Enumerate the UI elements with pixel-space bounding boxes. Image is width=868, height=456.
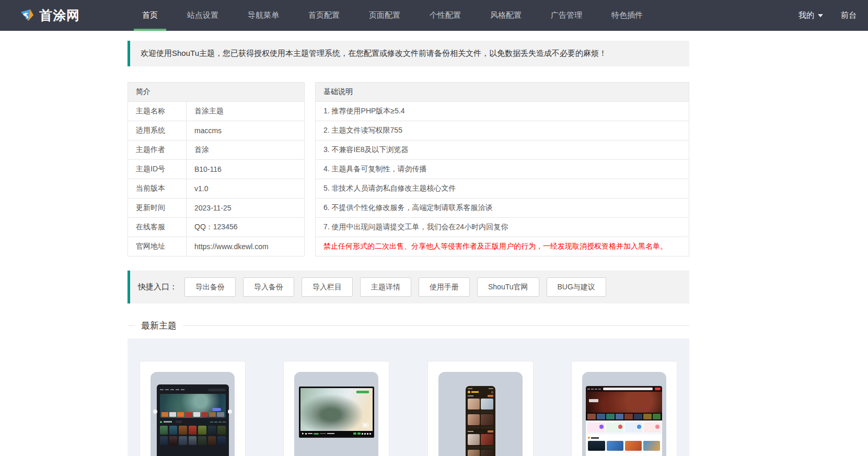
- row-label: 主题名称: [128, 102, 187, 121]
- table-row: 更新时间 2023-11-25: [128, 198, 305, 218]
- table-row: 7. 使用中出现问题请提交工单，我们会在24小时内回复你: [316, 218, 689, 237]
- table-row: 官网地址 https://www.dkewl.com: [128, 237, 305, 256]
- row-value: 首涂: [187, 141, 305, 160]
- theme-card-1[interactable]: [140, 361, 246, 456]
- note-item: 2. 主题文件读写权限755: [316, 121, 689, 141]
- row-value: maccms: [187, 121, 305, 141]
- row-label: 适用系统: [128, 121, 187, 141]
- table-row: 主题作者 首涂: [128, 141, 305, 160]
- theme-card-2[interactable]: [283, 361, 389, 456]
- bug-suggest-button[interactable]: BUG与建议: [547, 277, 606, 297]
- site-logo[interactable]: 首涂网: [0, 0, 128, 31]
- note-item: 6. 不提供个性化修改服务，高端定制请联系客服洽谈: [316, 198, 689, 218]
- note-item: 1. 推荐使用PHP版本≥5.4: [316, 102, 689, 121]
- info-columns: 简介 主题名称 首涂主题 适用系统 maccms 主题作者 首涂 主题ID号 B…: [128, 82, 689, 256]
- divider: [128, 325, 135, 326]
- row-value: v1.0: [187, 179, 305, 198]
- license-warning: 禁止任何形式的二次出售、分享他人等侵害作者及正版用户的行为，一经发现取消授权资格…: [316, 237, 689, 256]
- player-mockup: [299, 387, 374, 438]
- theme-card-3[interactable]: [427, 361, 534, 456]
- hero-banner: [160, 394, 226, 418]
- tablet-mockup: [157, 384, 229, 456]
- logo-icon: [19, 8, 34, 24]
- row-label: 更新时间: [128, 198, 187, 218]
- table-row: 在线客服 QQ：123456: [128, 218, 305, 237]
- nav-item-page-config[interactable]: 页面配置: [354, 0, 415, 31]
- row-label: 在线客服: [128, 218, 187, 237]
- table-row: 2. 主题文件读写权限755: [316, 121, 689, 141]
- play-icon: [302, 432, 304, 435]
- dark-movie-site-screenshot: [151, 372, 235, 456]
- main-menu: 首页 站点设置 导航菜单 首页配置 页面配置 个性配置 风格配置 广告管理 特色…: [128, 0, 657, 31]
- latest-themes-title: 最新主题: [128, 320, 689, 331]
- nav-item-home-config[interactable]: 首页配置: [294, 0, 354, 31]
- row-value: QQ：123456: [187, 218, 305, 237]
- table-row: 6. 不提供个性化修改服务，高端定制请联系客服洽谈: [316, 198, 689, 218]
- note-item: 5. 非技术人员请勿私自修改主题核心文件: [316, 179, 689, 198]
- export-backup-button[interactable]: 导出备份: [184, 277, 236, 297]
- hero-banner: [586, 392, 662, 413]
- note-item: 7. 使用中出现问题请提交工单，我们会在24小时内回复你: [316, 218, 689, 237]
- player-controls: [300, 431, 373, 436]
- feature-cards: [586, 420, 662, 435]
- nav-item-home[interactable]: 首页: [128, 0, 172, 31]
- nav-item-ad-manage[interactable]: 广告管理: [536, 0, 597, 31]
- play-button-overlay: [362, 423, 369, 428]
- my-dropdown[interactable]: 我的: [798, 10, 823, 20]
- note-item: 4. 主题具备可复制性，请勿传播: [316, 160, 689, 179]
- table-row: 禁止任何形式的二次出售、分享他人等侵害作者及正版用户的行为，一经发现取消授权资格…: [316, 237, 689, 256]
- table-row: 1. 推荐使用PHP版本≥5.4: [316, 102, 689, 121]
- my-dropdown-label: 我的: [798, 10, 814, 20]
- message-icon: [491, 391, 493, 393]
- section-title-text: 最新主题: [141, 320, 177, 332]
- import-columns-button[interactable]: 导入栏目: [302, 277, 353, 297]
- video-player-screenshot: [294, 372, 378, 456]
- navbar-right: 我的 前台: [798, 0, 868, 31]
- table-row: 主题名称 首涂主题: [128, 102, 305, 121]
- row-value: 2023-11-25: [187, 198, 305, 218]
- nav-item-nav-menu[interactable]: 导航菜单: [233, 0, 294, 31]
- row-label: 主题ID号: [128, 160, 187, 179]
- intro-table-header: 简介: [128, 83, 305, 102]
- caret-down-icon: [818, 14, 823, 17]
- note-item: 3. 不兼容IE8及以下浏览器: [316, 141, 689, 160]
- table-row: 当前版本 v1.0: [128, 179, 305, 198]
- desktop-site-mockup: [586, 386, 662, 456]
- row-value: B10-116: [187, 160, 305, 179]
- theme-card-4[interactable]: [571, 361, 677, 456]
- poster-row: [588, 441, 660, 451]
- intro-table: 简介 主题名称 首涂主题 适用系统 maccms 主题作者 首涂 主题ID号 B…: [128, 82, 305, 256]
- game-site-screenshot: [582, 372, 666, 456]
- quick-entry-label: 快捷入口：: [138, 282, 177, 292]
- theme-detail-button[interactable]: 主题详情: [360, 277, 411, 297]
- row-label: 主题作者: [128, 141, 187, 160]
- quick-entry-bar: 快捷入口： 导出备份 导入备份 导入栏目 主题详情 使用手册 ShouTu官网 …: [128, 271, 689, 303]
- row-value: 首涂主题: [187, 102, 305, 121]
- nav-item-plugins[interactable]: 特色插件: [597, 0, 657, 31]
- mobile-app-screenshot: [438, 372, 523, 456]
- frontend-link[interactable]: 前台: [841, 10, 857, 20]
- table-row: 适用系统 maccms: [128, 121, 305, 141]
- thumbnail-carousel: [586, 413, 662, 420]
- official-site-button[interactable]: ShouTu官网: [477, 277, 539, 297]
- player-watermark: [356, 391, 369, 393]
- official-site-url: https://www.dkewl.com: [187, 237, 305, 256]
- notes-table-header: 基础说明: [316, 83, 689, 102]
- nav-item-site-settings[interactable]: 站点设置: [172, 0, 233, 31]
- import-backup-button[interactable]: 导入备份: [243, 277, 294, 297]
- table-row: 3. 不兼容IE8及以下浏览器: [316, 141, 689, 160]
- search-bar: [603, 388, 653, 390]
- notes-table: 基础说明 1. 推荐使用PHP版本≥5.4 2. 主题文件读写权限755 3. …: [315, 82, 689, 256]
- latest-themes-section: [128, 338, 689, 456]
- divider: [183, 325, 689, 326]
- poster-grid: [160, 426, 226, 445]
- manual-button[interactable]: 使用手册: [419, 277, 470, 297]
- row-label: 官网地址: [128, 237, 187, 256]
- welcome-alert: 欢迎使用ShouTu主题，您已获得授权使用本主题管理系统，在您配置或修改文件前请…: [128, 41, 689, 66]
- table-row: 5. 非技术人员请勿私自修改主题核心文件: [316, 179, 689, 198]
- fullscreen-icon: [369, 433, 371, 435]
- nav-item-personal-config[interactable]: 个性配置: [415, 0, 476, 31]
- table-row: 4. 主题具备可复制性，请勿传播: [316, 160, 689, 179]
- phone-mockup: [466, 386, 495, 456]
- nav-item-style-config[interactable]: 风格配置: [476, 0, 536, 31]
